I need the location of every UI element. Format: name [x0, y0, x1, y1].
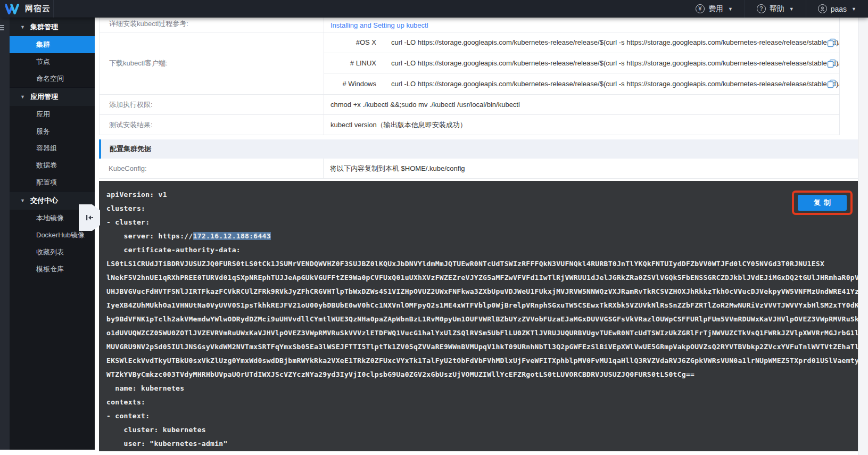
code-line: by9BdVFNK1pTclh2akVMemdwYWlwODRydDZMci9u…	[106, 312, 858, 326]
code-line: name: kubernetes	[106, 382, 858, 395]
code-line: - cluster:	[106, 216, 858, 229]
page-right-margin	[858, 18, 868, 455]
row-label: 详细安装kubectl过程参考:	[100, 18, 324, 32]
curl-command: curl -LO https://storage.googleapis.com/…	[391, 38, 839, 46]
platform-label: #OS X	[324, 38, 376, 46]
sidebar-item-命名空间[interactable]: 命名空间	[10, 70, 95, 87]
copy-button[interactable]: 复制	[798, 195, 847, 211]
code-line: cluster: kubernetes	[106, 423, 858, 437]
platform-label: # LINUX	[324, 59, 376, 67]
sidebar: ▼集群管理集群节点命名空间▼应用管理应用服务容器组数据卷配置项▼交付中心本地镜像…	[10, 18, 95, 450]
table-row-test: 测试安装结果: kubectl version（输出版本信息即安装成功）	[100, 115, 839, 135]
topbar-menu-label: 帮助	[770, 4, 784, 14]
code-line: user: "kubernetes-admin"	[106, 437, 858, 451]
kubeconfig-label: KubeConfig:	[99, 159, 324, 178]
row-label: 下载kubectl客户端:	[100, 32, 324, 94]
row-label: 添加执行权限:	[100, 95, 324, 114]
chevron-down-icon: ▼	[789, 6, 794, 12]
curl-command: curl -LO https://storage.googleapis.com/…	[391, 80, 839, 88]
topbar-menu-费用[interactable]: ¥费用▼	[684, 0, 745, 18]
collapse-arrow-icon	[85, 214, 94, 221]
copy-icon[interactable]	[827, 59, 836, 68]
user-circle-icon	[818, 4, 827, 13]
topbar-menu-label: 费用	[708, 4, 723, 14]
command-row-LINUX: # LINUXcurl -LO https://storage.googleap…	[324, 53, 839, 74]
code-line: IyeXB4ZUhMUkhOa1VHNUtNa0VyUVV0S1psTkhkRE…	[106, 299, 858, 312]
topbar-divider	[53, 0, 54, 18]
question-circle-icon: ?	[757, 4, 766, 13]
credentials-section-header: 配置集群凭据	[99, 139, 858, 159]
logo-text: 网宿云	[25, 4, 51, 14]
row-label: 测试安装结果:	[100, 115, 324, 135]
chevron-down-icon: ▼	[20, 94, 25, 100]
code-line: WTZkYVByCmkzc003TVdyMHRHbUVpaUQrUTdIWXJS…	[106, 368, 858, 382]
sidebar-item-收藏列表[interactable]: 收藏列表	[10, 244, 95, 261]
code-line: certificate-authority-data:	[106, 243, 858, 257]
sidebar-item-配置项[interactable]: 配置项	[10, 174, 95, 191]
logo[interactable]: 网宿云	[0, 4, 53, 14]
sidebar-group-label: 集群管理	[30, 22, 58, 32]
yen-circle-icon: ¥	[696, 4, 705, 13]
chevron-down-icon: ▼	[728, 6, 733, 12]
kubeconfig-row: KubeConfig: 将以下内容复制到本机 $HOME/.kube/confi…	[99, 159, 858, 179]
page-bottom-margin	[10, 451, 858, 455]
code-line: UHJBVGVucFdHVTFSNlJIRTFkazFCVkRCUlZFRk9R…	[106, 285, 858, 299]
kubectl-install-table: 详细安装kubectl过程参考: Installing and Setting …	[99, 18, 840, 135]
sidebar-item-服务[interactable]: 服务	[10, 123, 95, 140]
menu-icon[interactable]	[0, 25, 4, 31]
table-row-download: 下载kubectl客户端: #OS Xcurl -LO https://stor…	[100, 32, 839, 95]
copy-button-highlight-annotation: 复制	[792, 191, 853, 215]
table-row-reference: 详细安装kubectl过程参考: Installing and Setting …	[100, 18, 839, 32]
sidebar-item-节点[interactable]: 节点	[10, 53, 95, 70]
left-rail	[0, 18, 10, 450]
kubeconfig-codeblock[interactable]: 复制 apiVersion: v1clusters:- cluster: ser…	[99, 181, 858, 451]
kubeconfig-hint: 将以下内容复制到本机 $HOME/.kube/config	[324, 159, 858, 178]
topbar-menu-帮助[interactable]: ?帮助▼	[745, 0, 806, 18]
sidebar-group-集群管理[interactable]: ▼集群管理	[10, 18, 95, 36]
code-line: - context:	[106, 409, 858, 423]
sidebar-item-数据卷[interactable]: 数据卷	[10, 157, 95, 174]
sidebar-group-label: 应用管理	[30, 92, 58, 102]
code-line: lNekF5V2hnUE1qRXhPREE0TURVd01qSXpNREphTU…	[106, 271, 858, 285]
sidebar-item-应用[interactable]: 应用	[10, 106, 95, 123]
command-row-Windows: # Windowscurl -LO https://storage.google…	[324, 73, 839, 94]
code-line: EKSWlEckVvdTkyUTBkU0sxVkZlUzg0YmxWd0swdD…	[106, 354, 858, 368]
topbar: 网宿云 ¥费用▼?帮助▼paas▼	[0, 0, 868, 18]
topbar-menu-paas[interactable]: paas▼	[806, 0, 868, 18]
copy-icon[interactable]	[827, 79, 836, 88]
chevron-down-icon: ▼	[20, 198, 25, 203]
code-line: clusters:	[106, 202, 858, 216]
command-row-OSX: #OS Xcurl -LO https://storage.googleapis…	[324, 32, 839, 53]
code-line: contexts:	[106, 395, 858, 409]
chmod-command: chmod +x ./kubectl &&;sudo mv ./kubectl …	[324, 95, 839, 114]
code-line: LS0tLS1CRUdJTiBDRVJUSUZJQ0FURS0tLS0tCk1J…	[106, 257, 858, 271]
code-line: apiVersion: v1	[106, 188, 858, 202]
code-line: MUVGRU9NV2pSd05IUlJNSGsyVkdWM2NVTmxSRTFq…	[106, 340, 858, 354]
code-line: server: https://172.16.12.188:6443	[106, 229, 858, 243]
sidebar-item-集群[interactable]: 集群	[10, 36, 95, 53]
curl-command: curl -LO https://storage.googleapis.com/…	[391, 59, 839, 67]
table-row-chmod: 添加执行权限: chmod +x ./kubectl &&;sudo mv ./…	[100, 95, 839, 115]
wangsu-logo-icon	[5, 4, 21, 14]
kubectl-doc-link[interactable]: Installing and Setting up kubectl	[330, 21, 428, 29]
chevron-down-icon: ▼	[852, 6, 856, 12]
platform-label: # Windows	[324, 80, 376, 88]
chevron-down-icon: ▼	[20, 24, 25, 30]
test-command: kubectl version（输出版本信息即安装成功）	[324, 115, 839, 135]
main-content: 详细安装kubectl过程参考: Installing and Setting …	[99, 18, 858, 451]
sidebar-collapse-handle[interactable]	[79, 204, 100, 231]
sidebar-item-模板仓库[interactable]: 模板仓库	[10, 261, 95, 278]
selected-server-ip: 172.16.12.188:6443	[193, 232, 271, 240]
sidebar-group-应用管理[interactable]: ▼应用管理	[10, 87, 95, 106]
code-line: o1dUVUQWZCZ05WU0ZOTlJVZEVRVmRuUWxKaVJHVl…	[106, 326, 858, 340]
topbar-menu-label: paas	[831, 5, 847, 13]
copy-icon[interactable]	[827, 38, 836, 47]
sidebar-item-容器组[interactable]: 容器组	[10, 140, 95, 157]
sidebar-group-label: 交付中心	[30, 196, 58, 205]
